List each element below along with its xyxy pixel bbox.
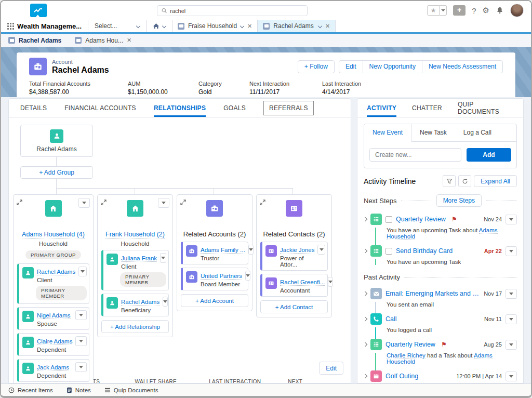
create-new-input[interactable] bbox=[369, 148, 461, 162]
expand-icon[interactable] bbox=[260, 198, 265, 207]
tab-goals[interactable]: GOALS bbox=[223, 99, 246, 117]
expand-icon[interactable] bbox=[101, 198, 107, 207]
close-icon[interactable]: ✕ bbox=[127, 37, 131, 44]
task-title-link[interactable]: Quarterly Review bbox=[385, 341, 435, 348]
close-icon[interactable]: ✕ bbox=[325, 23, 330, 30]
item-menu-button[interactable] bbox=[506, 215, 517, 224]
expand-icon[interactable] bbox=[180, 198, 186, 207]
related-contact-link[interactable]: Jackie Jones bbox=[280, 247, 314, 254]
member-menu-button[interactable] bbox=[163, 297, 168, 307]
add-relationship-button[interactable]: + Add Relationship bbox=[101, 320, 169, 333]
notifications-bell-icon[interactable] bbox=[496, 6, 504, 15]
member-name-link[interactable]: Nigel Adams bbox=[37, 312, 71, 319]
quip-documents-button[interactable]: Quip Documents bbox=[104, 387, 158, 393]
add-button[interactable]: Add bbox=[467, 148, 511, 162]
add-account-button[interactable]: + Add Account bbox=[181, 294, 248, 307]
chevron-right-icon[interactable] bbox=[363, 374, 367, 378]
more-steps-button[interactable]: More Steps bbox=[436, 194, 482, 207]
expand-all-button[interactable]: Expand All bbox=[474, 175, 517, 187]
home-nav[interactable] bbox=[147, 20, 172, 32]
notes-button[interactable]: Notes bbox=[66, 387, 91, 393]
chevron-right-icon[interactable] bbox=[363, 249, 367, 253]
event-title-link[interactable]: Golf Outing bbox=[385, 373, 418, 380]
app-launcher[interactable]: Wealth Manageme... bbox=[1, 20, 88, 32]
root-client-node[interactable]: Rachel Adams bbox=[20, 125, 93, 157]
item-menu-button[interactable] bbox=[506, 372, 517, 381]
add-group-button[interactable]: + Add Group bbox=[20, 166, 93, 179]
related-contact-link[interactable]: Rachel Greenfi... bbox=[280, 279, 325, 286]
group-title-link[interactable]: Adams Household (4) bbox=[22, 231, 85, 239]
task-checkbox[interactable] bbox=[385, 216, 392, 223]
member-name-link[interactable]: Rachel Adams bbox=[121, 299, 159, 306]
new-opportunity-button[interactable]: New Opportunity bbox=[363, 60, 422, 73]
member-menu-button[interactable] bbox=[160, 253, 166, 263]
member-menu-button[interactable] bbox=[245, 271, 250, 281]
chevron-right-icon[interactable] bbox=[363, 291, 367, 296]
tab-relationships[interactable]: RELATIONSHIPS bbox=[154, 99, 206, 117]
recent-items-button[interactable]: Recent Items bbox=[8, 387, 53, 393]
expand-icon[interactable] bbox=[17, 198, 22, 207]
chevron-right-icon[interactable] bbox=[363, 217, 367, 221]
subtab-rachel-adams[interactable]: Rachel Adams bbox=[8, 37, 61, 44]
tab-details[interactable]: DETAILS bbox=[20, 99, 47, 117]
user-avatar[interactable] bbox=[510, 4, 524, 17]
call-title-link[interactable]: Call bbox=[385, 315, 397, 323]
tab-log-a-call[interactable]: Log a Call bbox=[455, 124, 500, 141]
edit-button[interactable]: Edit bbox=[339, 60, 363, 73]
chevron-down-icon[interactable] bbox=[240, 24, 244, 28]
member-menu-button[interactable] bbox=[248, 245, 254, 255]
favorites-caret-icon[interactable] bbox=[440, 5, 447, 16]
chevron-right-icon[interactable] bbox=[363, 342, 367, 347]
tab-financial-accounts[interactable]: FINANCIAL ACCOUNTS bbox=[64, 99, 136, 117]
workspace-tab-fraise-household[interactable]: Fraise Household ✕ bbox=[172, 20, 258, 32]
refresh-icon[interactable] bbox=[458, 175, 471, 187]
workspace-tab-rachel-adams[interactable]: Rachel Adams ✕ bbox=[258, 20, 336, 32]
follow-button[interactable]: + Follow bbox=[298, 60, 335, 73]
task-title-link[interactable]: Send Birthday Card bbox=[396, 247, 453, 255]
card-menu-button[interactable] bbox=[78, 198, 90, 208]
tab-chatter[interactable]: CHATTER bbox=[412, 99, 442, 117]
member-menu-button[interactable] bbox=[75, 362, 87, 372]
star-icon[interactable]: ★ bbox=[427, 5, 440, 16]
search-input[interactable] bbox=[170, 8, 303, 14]
help-icon[interactable]: ? bbox=[472, 6, 476, 15]
member-menu-button[interactable] bbox=[78, 267, 87, 276]
add-contact-button[interactable]: + Add Contact bbox=[260, 300, 328, 313]
favorites-control[interactable]: ★ bbox=[427, 5, 447, 16]
member-name-link[interactable]: Jack Adams bbox=[37, 364, 69, 371]
global-search[interactable] bbox=[157, 5, 308, 16]
card-menu-button[interactable] bbox=[158, 198, 169, 208]
member-name-link[interactable]: Juliana Frank bbox=[121, 255, 157, 262]
item-menu-button[interactable] bbox=[506, 314, 517, 324]
member-name-link[interactable]: Rachel Adams bbox=[37, 269, 75, 275]
task-title-link[interactable]: Quarterly Review bbox=[396, 216, 446, 223]
member-name-link[interactable]: Claire Adams bbox=[37, 338, 72, 345]
task-checkbox[interactable] bbox=[385, 248, 392, 255]
member-menu-button[interactable] bbox=[328, 277, 333, 287]
group-title-link[interactable]: Frank Household (2) bbox=[105, 231, 165, 239]
chevron-down-icon[interactable] bbox=[318, 24, 322, 28]
member-menu-button[interactable] bbox=[75, 336, 87, 346]
tab-quip-documents[interactable]: QUIP DOCUMENTS bbox=[458, 99, 514, 117]
salesforce-logo-icon[interactable] bbox=[30, 4, 47, 17]
tab-new-event[interactable]: New Event bbox=[364, 124, 411, 142]
tab-new-task[interactable]: New Task bbox=[411, 124, 455, 141]
add-icon[interactable]: + bbox=[453, 5, 466, 16]
tab-activity[interactable]: ACTIVITY bbox=[367, 99, 396, 117]
email-title-link[interactable]: Email: Emerging Markets and China bbox=[385, 290, 480, 297]
subtab-adams-household[interactable]: Adams Hou... ✕ bbox=[75, 37, 131, 44]
item-menu-button[interactable] bbox=[506, 246, 517, 256]
filter-icon[interactable] bbox=[443, 175, 456, 187]
object-select-dropdown[interactable]: Select... bbox=[88, 20, 147, 32]
related-account-link[interactable]: United Partners bbox=[201, 273, 242, 280]
new-needs-assessment-button[interactable]: New Needs Assessment bbox=[422, 60, 503, 73]
member-menu-button[interactable] bbox=[317, 245, 325, 255]
item-menu-button[interactable] bbox=[506, 340, 517, 350]
chevron-right-icon[interactable] bbox=[363, 317, 367, 321]
related-account-link[interactable]: Adams Family ... bbox=[201, 247, 245, 254]
item-menu-button[interactable] bbox=[506, 289, 517, 299]
close-icon[interactable]: ✕ bbox=[247, 23, 252, 30]
tab-referrals[interactable]: REFERRALS bbox=[263, 101, 314, 115]
setup-gear-icon[interactable]: ⚙ bbox=[483, 6, 489, 15]
member-menu-button[interactable] bbox=[75, 310, 87, 320]
